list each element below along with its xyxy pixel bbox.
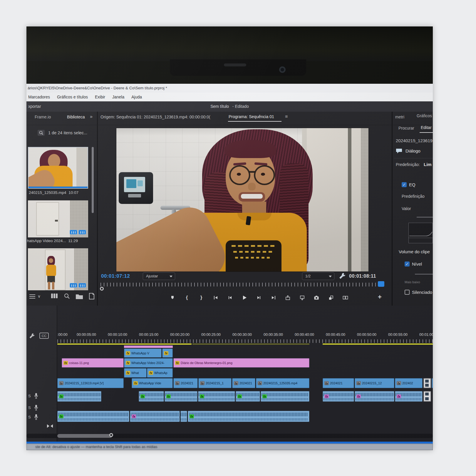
audio1-mic-icon[interactable] <box>34 393 38 400</box>
add-button[interactable]: + <box>378 293 382 301</box>
preset-value[interactable]: Lim <box>424 162 432 167</box>
media-thumbnail-3[interactable] <box>28 248 88 290</box>
eq-graph[interactable] <box>408 223 433 238</box>
fit-dropdown[interactable]: Ajustar <box>143 272 175 280</box>
video-clip[interactable]: fxWhatsApp Video 2024- <box>124 358 173 368</box>
video-clip[interactable]: fx20240215_123619.mp4 [V] <box>57 378 124 388</box>
audio-clip[interactable]: fx <box>395 391 423 402</box>
filmstrip-icon[interactable] <box>51 293 58 300</box>
settings-wrench-icon[interactable] <box>338 272 346 281</box>
fx-badge[interactable]: fx <box>397 381 401 385</box>
video-clip[interactable]: fxWhatsApp V <box>124 348 162 358</box>
video-clip[interactable]: fxWhat <box>124 368 147 378</box>
menu-gr-ficos-e-t-tulos[interactable]: Gráficos e títulos <box>57 93 88 101</box>
panel-splitter-right[interactable] <box>392 112 393 306</box>
tab-frameio[interactable]: Frame.io <box>35 115 51 119</box>
timeline-hscroll-knob[interactable] <box>109 433 113 437</box>
fx-badge[interactable]: fx <box>59 381 63 385</box>
fx-badge[interactable]: fx <box>356 381 361 385</box>
fx-badge[interactable]: fx <box>149 371 153 375</box>
fx-badge[interactable]: fx <box>63 361 68 365</box>
play-icon[interactable] <box>241 295 248 301</box>
video-clip[interactable]: fxDiário de Obras Montenegro-01.png <box>173 358 309 368</box>
folder-icon[interactable] <box>75 293 83 301</box>
menu-janela[interactable]: Janela <box>112 93 124 101</box>
mark-in-icon[interactable]: { <box>184 295 190 301</box>
program-playhead[interactable] <box>378 281 384 287</box>
audio-clip[interactable] <box>423 391 431 402</box>
fx-badge[interactable]: fx <box>126 361 130 365</box>
insert-icon[interactable] <box>328 295 334 301</box>
audio-clip[interactable]: fx <box>165 391 197 402</box>
audio3-mic-icon[interactable] <box>34 414 38 421</box>
fx-badge[interactable]: fx <box>190 415 194 418</box>
video-clip[interactable]: fxWhatsApp Vide <box>132 378 173 388</box>
eq-checkbox[interactable]: ✓ <box>402 182 407 187</box>
audio2-solo[interactable]: S <box>28 405 31 410</box>
video-clip[interactable]: fx20240215_12 <box>355 378 394 388</box>
video-clip[interactable]: fx202402 <box>395 378 423 388</box>
comparison-icon[interactable] <box>342 295 348 301</box>
fx-badge[interactable]: fx <box>397 395 401 398</box>
audio-clip[interactable]: fx <box>355 391 394 402</box>
menu-marcadores[interactable]: Marcadores <box>28 93 50 101</box>
video-clip[interactable]: fxcoisas-11.png <box>62 358 124 368</box>
search-icon[interactable] <box>63 293 71 301</box>
folder-search-icon[interactable] <box>38 130 45 136</box>
video-clip[interactable] <box>423 378 431 388</box>
fx-badge[interactable]: fx <box>166 395 171 398</box>
audio3-solo[interactable]: S <box>28 415 31 419</box>
level-checkbox[interactable]: ✓ <box>405 262 410 267</box>
audio-clip[interactable]: fx <box>130 411 180 422</box>
zoom-dropdown[interactable]: 1/2 <box>302 272 334 280</box>
menu-exibir[interactable]: Exibir <box>95 93 105 101</box>
audio-clip[interactable]: fx <box>261 391 309 402</box>
lift-icon[interactable] <box>284 295 291 301</box>
tab-program-monitor[interactable]: Programa: Sequência 01 <box>229 114 274 119</box>
fx-badge[interactable]: fx <box>324 381 329 385</box>
audio-clip[interactable]: fx <box>57 391 101 402</box>
audio-clip[interactable] <box>180 411 187 422</box>
fx-badge[interactable]: fx <box>59 415 63 418</box>
video-clip[interactable]: fx20240215_125035.mp4 <box>256 378 309 388</box>
program-seek-ruler[interactable] <box>100 283 384 286</box>
step-forward-icon[interactable] <box>256 295 262 301</box>
fx-badge[interactable]: fx <box>324 395 329 398</box>
audio-clip[interactable]: fx <box>323 391 354 402</box>
project-scrollbar[interactable] <box>92 147 94 213</box>
fx-badge[interactable]: fx <box>132 415 136 418</box>
step-back-icon[interactable] <box>227 295 233 301</box>
audio-clip[interactable]: fx <box>57 411 129 422</box>
video-clip[interactable]: fx2024021 <box>323 378 354 388</box>
subtab-procurar[interactable]: Procurar <box>398 126 414 130</box>
fx-badge[interactable]: fx <box>234 381 238 385</box>
extract-icon[interactable] <box>299 295 305 301</box>
fx-badge[interactable]: fx <box>59 395 63 398</box>
tab-lumetri[interactable]: metri <box>395 115 404 119</box>
fx-badge[interactable]: fx <box>164 351 168 355</box>
mixdown-icon[interactable] <box>46 424 53 430</box>
audio-clip[interactable]: fx <box>198 391 235 402</box>
seek-knob[interactable] <box>100 287 104 291</box>
audio-clip[interactable]: fx <box>236 391 260 402</box>
dialog-label[interactable]: Diálogo <box>405 148 420 153</box>
fx-badge[interactable]: fx <box>237 395 242 398</box>
fx-badge[interactable]: fx <box>133 381 138 385</box>
panel-splitter-left[interactable] <box>97 112 98 306</box>
fx-badge[interactable]: fx <box>262 395 267 398</box>
fx-badge[interactable]: fx <box>126 371 130 375</box>
marker-icon[interactable] <box>169 295 176 301</box>
tab-graficos[interactable]: Gráficos <box>417 113 432 118</box>
timeline-hscroll-handle[interactable] <box>57 434 112 438</box>
fx-badge[interactable]: fx <box>140 395 145 398</box>
video-clip[interactable]: fx2024021 <box>173 378 198 388</box>
mute-checkbox[interactable] <box>405 290 410 295</box>
go-to-out-icon[interactable] <box>270 295 276 301</box>
level-slider[interactable] <box>415 274 433 274</box>
new-item-icon[interactable] <box>88 293 95 301</box>
media-thumbnail-1[interactable] <box>28 147 88 189</box>
timeline-ruler[interactable] <box>57 339 433 343</box>
tab-source-monitor[interactable]: Origem: Sequência 01: 20240215_123619.mp… <box>100 115 210 119</box>
subtab-editar[interactable]: Editar <box>421 125 432 130</box>
video-clip[interactable]: fx20240215_1 <box>198 378 232 388</box>
